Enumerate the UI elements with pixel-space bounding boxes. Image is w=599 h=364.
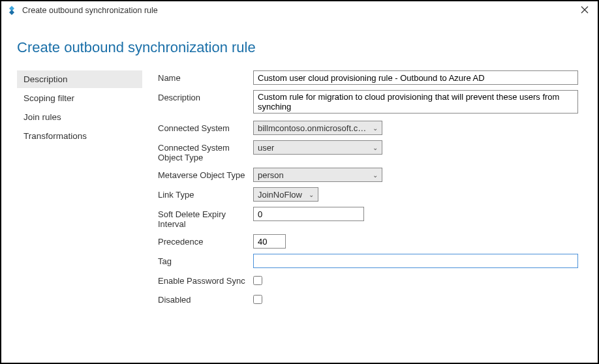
select-value: user: [258, 143, 274, 153]
name-input[interactable]: [253, 70, 578, 85]
form-area: Name Description Custom rule for migrati…: [158, 70, 582, 311]
sidebar-item-scoping-filter[interactable]: Scoping filter: [17, 89, 142, 107]
label-name: Name: [158, 70, 253, 83]
select-value: billmcontoso.onmicrosoft.com - ,: [258, 123, 367, 133]
app-icon: [7, 5, 17, 16]
precedence-input[interactable]: [253, 234, 286, 249]
chevron-down-icon: ⌄: [373, 144, 378, 151]
label-metaverse-object-type: Metaverse Object Type: [158, 168, 253, 180]
chevron-down-icon: ⌄: [373, 125, 378, 132]
connected-system-select[interactable]: billmcontoso.onmicrosoft.com - , ⌄: [253, 121, 382, 135]
label-enable-password-sync: Enable Password Sync: [158, 273, 253, 286]
label-connected-system: Connected System: [158, 121, 253, 133]
window-title: Create outbound synchronization rule: [22, 6, 158, 15]
select-value: JoinNoFlow: [258, 190, 302, 200]
enable-password-sync-checkbox[interactable]: [253, 276, 262, 285]
close-icon: [581, 6, 589, 14]
label-tag: Tag: [158, 254, 253, 266]
wizard-steps-sidebar: Description Scoping filter Join rules Tr…: [17, 70, 142, 311]
content-area: Create outbound synchronization rule Des…: [1, 20, 598, 363]
sidebar-item-label: Description: [23, 74, 68, 84]
soft-delete-input[interactable]: [253, 207, 364, 221]
sidebar-item-transformations[interactable]: Transformations: [17, 127, 142, 145]
link-type-select[interactable]: JoinNoFlow ⌄: [253, 187, 318, 202]
sidebar-item-label: Join rules: [23, 112, 61, 122]
chevron-down-icon: ⌄: [373, 172, 378, 179]
description-input[interactable]: Custom rule for migration to cloud provi…: [253, 90, 578, 114]
titlebar: Create outbound synchronization rule: [1, 1, 598, 20]
label-disabled: Disabled: [158, 292, 253, 305]
close-button[interactable]: [577, 5, 592, 16]
select-value: person: [258, 170, 284, 180]
connected-system-object-type-select[interactable]: user ⌄: [253, 140, 382, 155]
page-heading: Create outbound synchronization rule: [17, 39, 582, 56]
label-link-type: Link Type: [158, 187, 253, 200]
chevron-down-icon: ⌄: [309, 191, 314, 198]
sidebar-item-label: Scoping filter: [23, 93, 74, 103]
metaverse-object-type-select[interactable]: person ⌄: [253, 168, 382, 182]
disabled-checkbox[interactable]: [253, 295, 262, 304]
tag-input[interactable]: [253, 254, 578, 268]
dialog-window: Create outbound synchronization rule Cre…: [0, 0, 599, 364]
sidebar-item-description[interactable]: Description: [17, 70, 142, 88]
label-soft-delete: Soft Delete Expiry Interval: [158, 207, 253, 229]
label-precedence: Precedence: [158, 234, 253, 247]
sidebar-item-label: Transformations: [23, 131, 87, 141]
label-connected-system-object-type: Connected System Object Type: [158, 140, 253, 162]
sidebar-item-join-rules[interactable]: Join rules: [17, 108, 142, 126]
label-description: Description: [158, 90, 253, 102]
